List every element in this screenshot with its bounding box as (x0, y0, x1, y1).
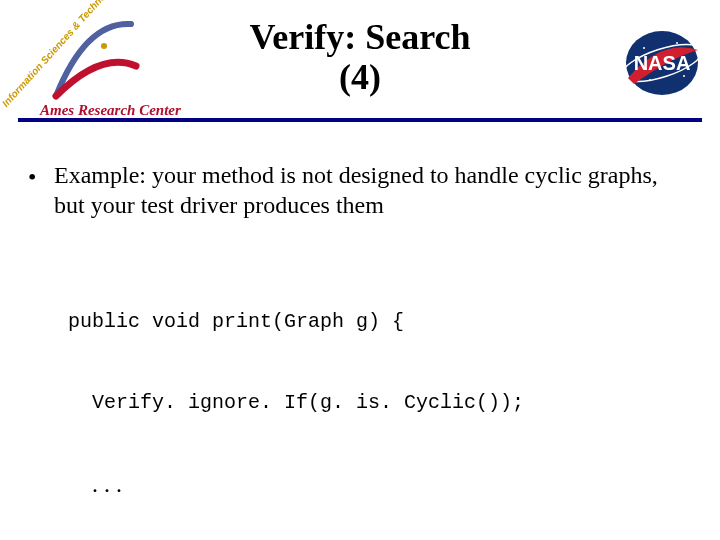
ames-center-text: Ames Research Center (40, 102, 181, 119)
slide-body: • Example: your method is not designed t… (28, 160, 692, 540)
code-line: Verify. ignore. If(g. is. Cyclic()); (68, 389, 692, 416)
bullet-dot-icon: • (28, 160, 54, 192)
code-line: public void print(Graph g) { (68, 308, 692, 335)
header-rule (18, 118, 702, 122)
nasa-word: NASA (634, 52, 691, 74)
slide-subtitle: (4) (0, 58, 720, 98)
bullet-text: Example: your method is not designed to … (54, 160, 692, 220)
code-ellipsis: . . . (68, 470, 692, 499)
svg-point-6 (649, 79, 651, 81)
code-block: public void print(Graph g) { Verify. ign… (68, 254, 692, 540)
slide-header: Information Sciences & Technology Ames R… (0, 0, 720, 130)
slide: Information Sciences & Technology Ames R… (0, 0, 720, 540)
slide-title: Verify: Search (0, 18, 720, 58)
svg-point-4 (676, 42, 678, 44)
bullet-item: • Example: your method is not designed t… (28, 160, 692, 220)
nasa-logo-icon: NASA (622, 28, 702, 98)
svg-point-5 (683, 75, 685, 77)
svg-point-3 (643, 47, 645, 49)
title-block: Verify: Search (4) (0, 18, 720, 97)
